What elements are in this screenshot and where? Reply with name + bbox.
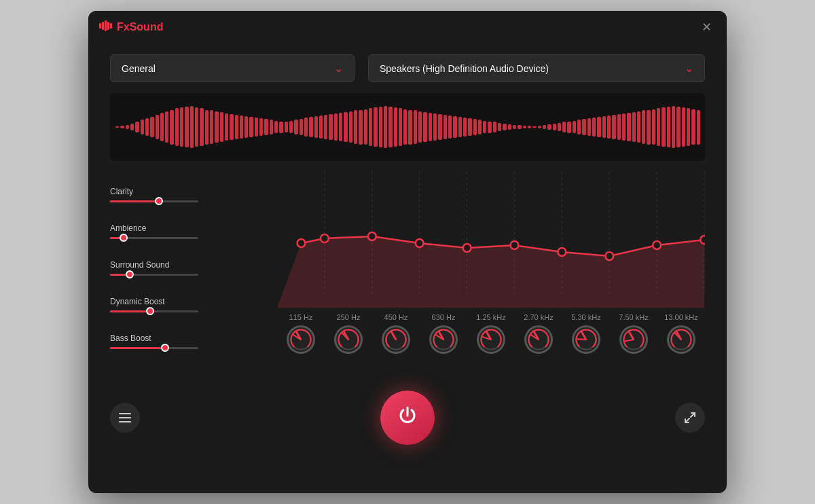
slider-fill-0 <box>110 200 159 202</box>
slider-thumb-4[interactable] <box>161 344 169 352</box>
main-section: ClarityAmbienceSurround SoundDynamic Boo… <box>110 172 705 362</box>
waveform-bar <box>255 118 258 136</box>
eq-labels-row: 115 Hz 250 Hz 450 Hz 630 Hz 1.25 kHz 2.7… <box>277 308 705 357</box>
eq-freq-label-0: 115 Hz <box>289 313 313 321</box>
waveform-bar <box>285 122 288 132</box>
waveform-bar <box>126 125 129 130</box>
waveform-bar <box>165 111 168 143</box>
waveform-bar <box>205 110 209 145</box>
waveform-bar <box>244 116 248 138</box>
waveform-bar <box>463 118 467 136</box>
power-button[interactable] <box>380 391 435 445</box>
menu-line-1 <box>119 413 131 414</box>
power-icon <box>397 405 418 431</box>
preset-arrow-icon: ⌄ <box>334 62 343 75</box>
title-bar: FxSound ✕ <box>88 11 727 43</box>
waveform-display <box>110 93 705 161</box>
svg-point-19 <box>511 241 519 249</box>
waveform-bar <box>120 126 124 128</box>
waveform-bar <box>408 110 412 145</box>
eq-knob-0[interactable] <box>287 325 315 354</box>
eq-band-1: 250 Hz <box>325 313 372 354</box>
menu-button[interactable] <box>110 403 140 433</box>
device-dropdown[interactable]: Speakers (High Definition Audio Device) … <box>368 54 705 82</box>
waveform-bar <box>662 107 665 147</box>
waveform-bar <box>270 120 273 134</box>
waveform-bar <box>294 120 297 134</box>
waveform-bar <box>642 110 645 143</box>
slider-track-0[interactable] <box>110 200 198 202</box>
waveform-bar <box>498 123 501 132</box>
slider-track-2[interactable] <box>110 274 198 276</box>
waveform-bar <box>175 108 179 145</box>
waveform-bar <box>697 110 700 145</box>
waveform-bar <box>344 112 347 142</box>
eq-band-3: 630 Hz <box>420 313 467 354</box>
waveform-bar <box>433 113 437 141</box>
waveform-bar <box>115 126 119 128</box>
waveform-bar <box>190 106 194 147</box>
svg-point-21 <box>605 252 613 260</box>
waveform-bar <box>468 118 471 136</box>
slider-group-ambience: Ambience <box>110 223 264 239</box>
slider-track-4[interactable] <box>110 347 198 349</box>
eq-knob-8[interactable] <box>667 325 695 354</box>
svg-line-37 <box>577 339 586 340</box>
logo-area: FxSound <box>99 20 163 34</box>
slider-group-dynamic-boost: Dynamic Boost <box>110 297 264 312</box>
eq-knob-2[interactable] <box>382 325 410 354</box>
eq-freq-label-2: 450 Hz <box>384 313 408 321</box>
slider-thumb-3[interactable] <box>146 307 154 315</box>
slider-thumb-0[interactable] <box>155 197 163 205</box>
expand-button[interactable] <box>675 403 705 433</box>
preset-dropdown[interactable]: General ⌄ <box>110 54 355 82</box>
eq-freq-label-6: 5.30 kHz <box>571 313 600 321</box>
slider-group-clarity: Clarity <box>110 187 264 202</box>
close-button[interactable]: ✕ <box>697 18 716 37</box>
svg-rect-2 <box>105 20 107 31</box>
eq-knob-5[interactable] <box>524 325 553 354</box>
waveform-bar <box>314 116 318 138</box>
waveform-bar <box>632 112 636 142</box>
waveform-bar <box>657 108 660 145</box>
eq-band-7: 7.50 kHz <box>610 313 657 354</box>
slider-label-4: Bass Boost <box>110 334 264 343</box>
waveform-bar <box>652 109 655 145</box>
waveform-bar <box>493 122 496 132</box>
eq-knob-4[interactable] <box>477 325 505 354</box>
slider-fill-3 <box>110 310 150 312</box>
waveform-bar <box>573 121 576 134</box>
waveform-bar <box>503 124 506 130</box>
eq-band-5: 2.70 kHz <box>515 313 562 354</box>
waveform-bar <box>289 121 293 134</box>
eq-knob-7[interactable] <box>619 325 648 354</box>
waveform-bar <box>453 116 456 138</box>
slider-thumb-2[interactable] <box>126 270 134 278</box>
slider-thumb-1[interactable] <box>120 234 128 242</box>
eq-band-2: 450 Hz <box>372 313 420 354</box>
waveform-bar <box>369 108 372 145</box>
waveform-bar <box>130 124 134 130</box>
app-window: FxSound ✕ General ⌄ Speakers (High Defin… <box>88 11 727 493</box>
eq-freq-label-8: 13.00 kHz <box>664 313 698 321</box>
svg-rect-0 <box>99 23 101 29</box>
waveform-bar <box>141 120 144 134</box>
eq-freq-label-1: 250 Hz <box>337 313 361 321</box>
eq-knob-3[interactable] <box>429 325 458 354</box>
waveform-bar <box>414 110 417 143</box>
device-value: Speakers (High Definition Audio Device) <box>380 63 549 74</box>
waveform-bar <box>478 120 482 134</box>
slider-track-1[interactable] <box>110 237 198 239</box>
slider-label-1: Ambience <box>110 223 264 233</box>
waveform-bar <box>672 106 675 147</box>
waveform-bar <box>230 114 233 140</box>
waveform-bar <box>483 121 486 134</box>
waveform-bar <box>523 126 526 128</box>
content-area: General ⌄ Speakers (High Definition Audi… <box>88 43 727 373</box>
eq-knob-6[interactable] <box>572 325 600 354</box>
eq-knob-1[interactable] <box>334 325 363 354</box>
waveform-bar <box>200 108 203 145</box>
waveform-bar <box>339 113 342 142</box>
slider-track-3[interactable] <box>110 310 198 312</box>
eq-curve-svg <box>277 172 705 308</box>
